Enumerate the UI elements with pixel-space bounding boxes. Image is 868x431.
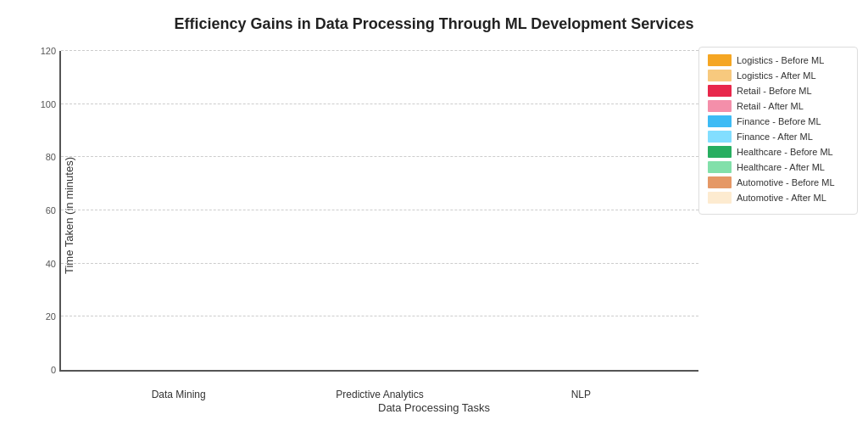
gridline bbox=[61, 316, 698, 316]
legend-label: Retail - Before ML bbox=[737, 86, 812, 96]
y-axis-label: 80 bbox=[46, 152, 61, 162]
chart-container: Efficiency Gains in Data Processing Thro… bbox=[0, 0, 868, 431]
legend-color-swatch bbox=[708, 85, 732, 97]
legend: Logistics - Before MLLogistics - After M… bbox=[698, 47, 858, 215]
legend-item: Finance - Before ML bbox=[708, 115, 849, 127]
y-axis-label: 100 bbox=[41, 99, 61, 109]
legend-item: Healthcare - After ML bbox=[708, 161, 849, 173]
y-axis-label: 40 bbox=[46, 259, 61, 269]
legend-item: Finance - After ML bbox=[708, 131, 849, 143]
legend-item: Logistics - After ML bbox=[708, 70, 849, 81]
legend-label: Automotive - Before ML bbox=[737, 177, 835, 188]
legend-color-swatch bbox=[708, 131, 732, 143]
gridline bbox=[61, 50, 698, 51]
legend-color-swatch bbox=[708, 100, 732, 112]
legend-label: Logistics - After ML bbox=[737, 70, 816, 81]
gridline bbox=[61, 104, 698, 104]
legend-label: Finance - After ML bbox=[737, 132, 813, 142]
legend-color-swatch bbox=[708, 176, 732, 188]
y-axis-label: 120 bbox=[41, 46, 61, 56]
gridline bbox=[61, 263, 698, 264]
gridline bbox=[61, 156, 698, 157]
x-axis-label: NLP bbox=[481, 389, 682, 400]
legend-item: Retail - After ML bbox=[708, 100, 849, 112]
legend-label: Healthcare - Before ML bbox=[737, 147, 833, 157]
legend-label: Automotive - After ML bbox=[737, 193, 826, 203]
x-axis-title: Data Processing Tasks bbox=[0, 401, 868, 414]
y-axis-label: 0 bbox=[51, 365, 61, 375]
legend-color-swatch bbox=[708, 146, 732, 158]
legend-color-swatch bbox=[708, 192, 732, 204]
legend-label: Retail - After ML bbox=[737, 101, 804, 111]
legend-item: Logistics - Before ML bbox=[708, 54, 849, 66]
y-axis-label: 60 bbox=[46, 205, 61, 216]
y-axis-label: 20 bbox=[46, 311, 61, 322]
legend-label: Healthcare - After ML bbox=[737, 162, 825, 172]
chart-title: Efficiency Gains in Data Processing Thro… bbox=[0, 15, 868, 33]
legend-color-swatch bbox=[708, 70, 732, 81]
chart-area: Data MiningPredictive AnalyticsNLP 02040… bbox=[59, 51, 698, 372]
legend-item: Automotive - Before ML bbox=[708, 176, 849, 188]
groups-wrapper bbox=[61, 51, 698, 370]
legend-item: Healthcare - Before ML bbox=[708, 146, 849, 158]
legend-color-swatch bbox=[708, 161, 732, 173]
legend-label: Logistics - Before ML bbox=[737, 55, 824, 65]
x-labels: Data MiningPredictive AnalyticsNLP bbox=[61, 389, 698, 400]
legend-item: Retail - Before ML bbox=[708, 85, 849, 97]
legend-color-swatch bbox=[708, 115, 732, 127]
legend-color-swatch bbox=[708, 54, 732, 66]
x-axis-label: Data Mining bbox=[78, 389, 279, 400]
gridline bbox=[61, 210, 698, 210]
x-axis-label: Predictive Analytics bbox=[279, 389, 480, 400]
legend-item: Automotive - After ML bbox=[708, 192, 849, 204]
legend-label: Finance - Before ML bbox=[737, 116, 821, 126]
